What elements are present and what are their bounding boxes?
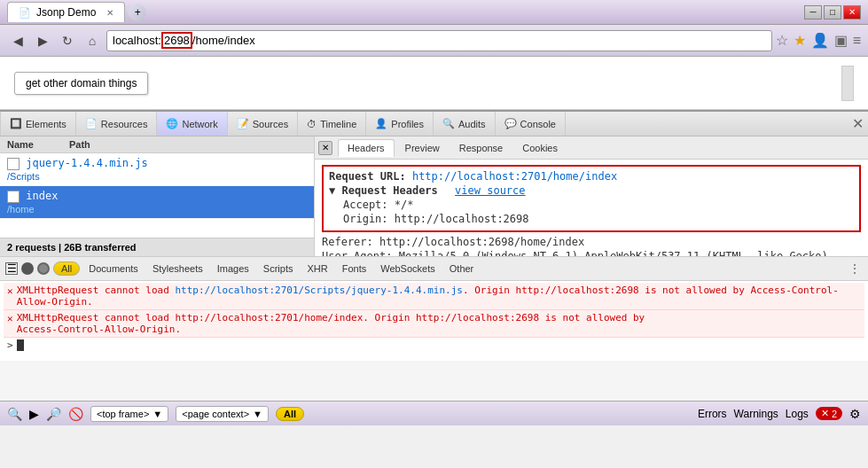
frame-label: <top frame> (97, 409, 149, 419)
warnings-label[interactable]: Warnings (734, 408, 778, 420)
profiles-icon: 👤 (375, 118, 387, 129)
filter-xhr[interactable]: XHR (301, 262, 332, 275)
console-prompt-area: > (4, 338, 864, 353)
run-icon[interactable]: ▶ (29, 407, 39, 421)
minimize-button[interactable]: ─ (804, 5, 822, 20)
filter-bar: ☰ All Documents Stylesheets Images Scrip… (0, 256, 868, 281)
search-icon[interactable]: 🔎 (46, 407, 61, 421)
console-icon: 💬 (504, 118, 517, 129)
detail-tab-cookies[interactable]: Cookies (513, 140, 567, 156)
tab-resources[interactable]: 📄 Resources (76, 112, 158, 136)
close-button[interactable]: ✕ (843, 5, 861, 20)
bookmark-icon[interactable]: ☆ (776, 32, 788, 49)
logs-label[interactable]: Logs (786, 408, 809, 420)
filter-other[interactable]: Other (444, 262, 480, 275)
frame-selector[interactable]: <top frame> ▼ (90, 406, 168, 422)
file-item-jquery[interactable]: jquery-1.4.4.min.js /Scripts (0, 153, 314, 186)
scrollbar[interactable] (841, 66, 854, 101)
tab-close[interactable]: ✕ (106, 8, 113, 18)
view-source-link[interactable]: view source (455, 184, 525, 197)
elements-icon: 🔲 (10, 118, 22, 129)
filter-documents[interactable]: Documents (83, 262, 144, 275)
console-label: Console (520, 119, 556, 129)
get-domain-button[interactable]: get other domain things (14, 72, 148, 95)
detail-tab-preview[interactable]: Preview (396, 140, 449, 156)
errors-label[interactable]: Errors (698, 408, 727, 420)
navigation-bar: ◀ ▶ ↻ ⌂ localhost:2698/home/index ☆ ★ 👤 … (0, 25, 868, 57)
audits-label: Audits (458, 119, 486, 129)
tab-title: Jsonp Demo (36, 6, 96, 19)
stop-button[interactable] (37, 262, 50, 275)
tab-console[interactable]: 💬 Console (496, 112, 566, 136)
port-highlight: 2698 (161, 32, 192, 49)
browser-tab[interactable]: 📄 Jsonp Demo ✕ (7, 2, 125, 22)
detail-close-button[interactable]: ✕ (318, 141, 332, 155)
filter-websockets[interactable]: WebSockets (375, 262, 441, 275)
error-x-icon: ✕ (821, 408, 829, 419)
request-headers-label: ▼ Request Headers (329, 184, 438, 197)
list-view-icon[interactable]: ☰ (5, 262, 18, 275)
network-icon: 🌐 (166, 118, 178, 129)
tab-profiles[interactable]: 👤 Profiles (366, 112, 434, 136)
detail-tabs: ✕ Headers Preview Response Cookies (315, 136, 868, 160)
filter-images[interactable]: Images (212, 262, 254, 275)
panel-icon[interactable]: ▣ (834, 32, 848, 49)
error-count: 2 (832, 409, 837, 419)
devtools-toolbar: 🔲 Elements 📄 Resources 🌐 Network 📝 Sourc… (0, 112, 868, 136)
tab-network[interactable]: 🌐 Network (157, 112, 227, 136)
file-panel-header: Name Path (0, 136, 314, 153)
detail-content: Request URL: http://localhost:2701/home/… (315, 160, 868, 256)
audits-icon: 🔍 (442, 118, 455, 129)
file-panel: Name Path jquery-1.4.4.min.js /Scripts i… (0, 136, 315, 256)
index-filename: index (26, 190, 58, 202)
detail-panel: ✕ Headers Preview Response Cookies Reque… (315, 136, 868, 256)
error-count-badge: ✕ 2 (816, 407, 842, 420)
tab-sources[interactable]: 📝 Sources (228, 112, 298, 136)
star-icon[interactable]: ★ (794, 32, 806, 49)
header-name: Name (7, 139, 34, 150)
user-agent-line: User-Agent: Mozilla/5.0 (Windows NT 6.1)… (322, 250, 861, 256)
inspect-icon[interactable]: 🔍 (7, 407, 22, 421)
tab-audits[interactable]: 🔍 Audits (434, 112, 496, 136)
error-link-1[interactable]: http://localhost:2701/Scripts/jquery-1.4… (175, 285, 463, 296)
filter-fonts[interactable]: Fonts (337, 262, 372, 275)
detail-tab-headers[interactable]: Headers (338, 139, 395, 157)
request-url-link[interactable]: http://localhost:2701/home/index (412, 170, 617, 183)
origin-line: Origin: http://localhost:2698 (329, 213, 854, 225)
new-tab-button[interactable]: + (129, 4, 146, 21)
person-icon[interactable]: 👤 (811, 32, 829, 49)
address-text: localhost:2698/home/index (113, 34, 255, 47)
profiles-label: Profiles (391, 119, 424, 129)
devtools-panel: 🔲 Elements 📄 Resources 🌐 Network 📝 Sourc… (0, 110, 868, 425)
reload-button[interactable]: ↻ (57, 30, 78, 51)
cursor-blink (17, 339, 24, 351)
title-bar: 📄 Jsonp Demo ✕ + ─ □ ✕ (0, 0, 868, 25)
filter-all-button[interactable]: All (53, 261, 80, 276)
settings-icon[interactable]: ⚙ (849, 407, 861, 421)
detail-tab-response[interactable]: Response (450, 140, 512, 156)
maximize-button[interactable]: □ (824, 5, 841, 20)
file-item-index[interactable]: index /home (0, 186, 314, 219)
sources-icon: 📝 (237, 118, 249, 129)
filter-stylesheets[interactable]: Stylesheets (147, 262, 208, 275)
forward-button[interactable]: ▶ (32, 30, 53, 51)
menu-icon[interactable]: ≡ (853, 33, 861, 49)
request-headers-line: ▼ Request Headers view source (329, 184, 854, 197)
status-bar: 🔍 ▶ 🔎 🚫 <top frame> ▼ <page context> ▼ A… (0, 401, 868, 425)
filter-menu-icon[interactable]: ⋮ (848, 261, 863, 276)
back-button[interactable]: ◀ (7, 30, 28, 51)
window-controls: ─ □ ✕ (804, 5, 861, 20)
block-icon[interactable]: 🚫 (68, 407, 83, 421)
filter-scripts[interactable]: Scripts (258, 262, 299, 275)
jquery-filename: jquery-1.4.4.min.js (26, 157, 147, 169)
address-bar[interactable]: localhost:2698/home/index (106, 30, 772, 51)
record-button[interactable] (21, 262, 34, 275)
status-all-badge[interactable]: All (276, 407, 304, 421)
tab-elements[interactable]: 🔲 Elements (0, 112, 76, 136)
devtools-close-button[interactable]: ✕ (847, 113, 868, 135)
file-icon-jquery (7, 158, 20, 170)
context-selector[interactable]: <page context> ▼ (176, 406, 269, 422)
home-button[interactable]: ⌂ (82, 30, 103, 51)
tab-timeline[interactable]: ⏱ Timeline (298, 112, 366, 136)
nav-icons: ☆ ★ 👤 ▣ ≡ (776, 32, 861, 49)
